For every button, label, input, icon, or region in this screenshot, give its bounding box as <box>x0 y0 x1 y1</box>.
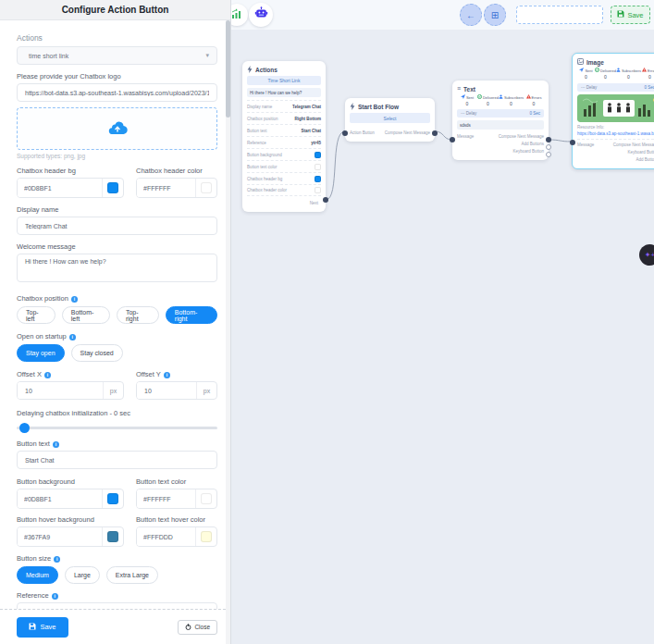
flow-canvas[interactable]: ← ⊞ Save Actions Time Short Lin <box>231 0 654 644</box>
panel-scrollbar[interactable] <box>226 20 230 644</box>
close-button[interactable]: Close <box>178 620 217 635</box>
time-short-link-pill[interactable]: Time Short Link <box>247 76 321 85</box>
port-next-out[interactable] <box>323 197 328 203</box>
chatbox-position-label: Chatbox positioni <box>17 294 217 303</box>
color-swatch <box>201 493 212 504</box>
chatbox-header-bg-input[interactable] <box>18 179 102 197</box>
configure-action-button-panel: Configure Action Button Actions time sho… <box>0 0 231 644</box>
canvas-save-button[interactable]: Save <box>611 6 650 24</box>
reference-input[interactable] <box>17 602 217 609</box>
position-top-right-pill[interactable]: Top-right <box>117 306 159 324</box>
slider-thumb[interactable] <box>19 423 30 433</box>
chatbox-logo-url-input[interactable] <box>17 83 217 102</box>
size-extra-large-pill[interactable]: Extra Large <box>106 566 158 584</box>
error-icon <box>642 68 647 73</box>
grid-layout-button[interactable]: ⊞ <box>484 4 506 26</box>
button-background-input[interactable] <box>18 489 102 508</box>
port-action-button-in[interactable] <box>342 130 348 136</box>
chatbox-header-bg-swatch-button[interactable] <box>102 179 123 197</box>
actions-welcome-message: Hi there ! How can we help? <box>247 88 321 97</box>
node-start-bot-flow[interactable]: Start Bot Flow Select Action Button Comp… <box>345 98 435 142</box>
button-text-hover-color-input[interactable] <box>137 527 195 546</box>
button-text-color-swatch-button[interactable] <box>195 489 216 508</box>
button-hover-background-swatch-button[interactable] <box>102 527 123 546</box>
stat-errors: Errors 0 <box>524 94 544 106</box>
port-label-compose-next: Compose Next Message <box>613 142 654 149</box>
stat-errors: Errors 0 <box>641 68 654 80</box>
port-compose-next-out[interactable] <box>546 137 551 142</box>
reference-label: Referencei <box>17 591 217 600</box>
position-bottom-right-pill[interactable]: Bottom-right <box>166 306 217 324</box>
position-top-left-pill[interactable]: Top-left <box>17 306 56 324</box>
color-swatch <box>315 164 321 170</box>
port-keyboard-button-out[interactable] <box>546 152 551 157</box>
add-node-fab[interactable]: ✦+ <box>639 244 654 266</box>
chatbox-header-color-swatch-button[interactable] <box>195 179 216 197</box>
port-label-keyboard-button: Keyboard Button <box>627 149 654 156</box>
back-button[interactable]: ← <box>460 4 482 26</box>
back-arrow-icon: ← <box>466 10 475 20</box>
stay-closed-pill[interactable]: Stay closed <box>71 344 123 362</box>
resource-url-link[interactable]: https://bot-data.s3.ap-southeast-1.wasa.… <box>577 131 654 137</box>
slider-track[interactable] <box>17 427 217 429</box>
button-background-group <box>17 489 124 509</box>
port-add-buttons-out[interactable] <box>546 144 551 150</box>
button-background-swatch-button[interactable] <box>102 489 123 508</box>
delay-slider[interactable] <box>17 422 217 433</box>
logo-upload-dropzone[interactable] <box>17 107 217 150</box>
subscribers-icon <box>616 68 621 73</box>
size-medium-pill[interactable]: Medium <box>17 566 58 584</box>
image-thumbnail[interactable] <box>577 94 654 122</box>
display-name-input[interactable] <box>17 217 217 235</box>
node-actions[interactable]: Actions Time Short Link Hi there ! How c… <box>242 61 326 212</box>
button-text-color-input[interactable] <box>137 489 195 508</box>
panel-title: Configure Action Button <box>0 0 230 20</box>
power-off-icon <box>185 624 191 631</box>
position-bottom-left-pill[interactable]: Bottom-left <box>62 306 110 324</box>
port-compose-next-out[interactable] <box>432 130 438 136</box>
port-label-message: Message <box>457 133 474 141</box>
display-name-label: Display name <box>17 205 217 214</box>
offset-y-input[interactable] <box>137 382 196 399</box>
size-large-pill[interactable]: Large <box>65 566 100 584</box>
grid-icon: ⊞ <box>491 10 499 20</box>
port-message-in[interactable] <box>570 140 575 145</box>
button-text-hover-color-label: Button text hover color <box>136 515 217 524</box>
button-text-hover-color-swatch-button[interactable] <box>195 527 216 546</box>
port-message-in[interactable] <box>450 137 455 142</box>
button-text-input[interactable] <box>17 451 217 469</box>
welcome-message-textarea[interactable]: Hi there ! How can we help? <box>17 254 217 282</box>
config-row: Chatbox positionRight Bottom <box>247 112 321 124</box>
subscribers-icon <box>499 94 503 100</box>
button-hover-background-input[interactable] <box>18 527 102 546</box>
button-text-color-label: Button text color <box>136 477 217 486</box>
node-text[interactable]: ≡ Text Sent 0 Delivered 0 Subscribers 0 … <box>452 80 549 160</box>
button-size-pills: Medium Large Extra Large <box>17 566 217 584</box>
delay-row[interactable]: ⋯ Delay 0 Sec <box>577 83 654 92</box>
offset-x-unit: px <box>103 382 123 399</box>
info-icon: i <box>44 372 51 378</box>
port-label-compose-next: Compose Next Message <box>385 130 430 135</box>
info-icon: i <box>69 334 76 341</box>
analytics-shortcut-button[interactable] <box>231 4 248 26</box>
flow-name-input[interactable] <box>516 6 603 24</box>
offset-x-input[interactable] <box>18 382 103 399</box>
config-row: Chatbox header color <box>247 184 321 196</box>
bot-shortcut-button[interactable] <box>249 3 273 27</box>
save-button[interactable]: Save <box>17 617 68 638</box>
chatbox-header-color-input[interactable] <box>137 179 195 197</box>
config-row: Chatbox header bg <box>247 172 321 184</box>
node-image[interactable]: Image Sent 0 Delivered 0 Subscribers 0 E… <box>572 53 654 169</box>
scrollbar-thumb[interactable] <box>226 20 230 118</box>
action-select[interactable]: time short link ▾ <box>17 46 217 65</box>
delay-row[interactable]: ⋯ Delay 0 Sec <box>457 109 544 118</box>
chatbox-header-color-group <box>136 178 217 198</box>
stay-open-pill[interactable]: Stay open <box>17 344 65 362</box>
info-icon: i <box>52 593 58 600</box>
select-flow-button[interactable]: Select <box>350 113 430 123</box>
text-content[interactable]: sdsds <box>457 120 544 130</box>
divider <box>577 139 654 140</box>
button-hover-background-label: Button hover background <box>17 515 124 524</box>
config-row: Display nameTelegram Chat <box>247 100 321 112</box>
open-on-startup-pills: Stay open Stay closed <box>17 344 217 362</box>
